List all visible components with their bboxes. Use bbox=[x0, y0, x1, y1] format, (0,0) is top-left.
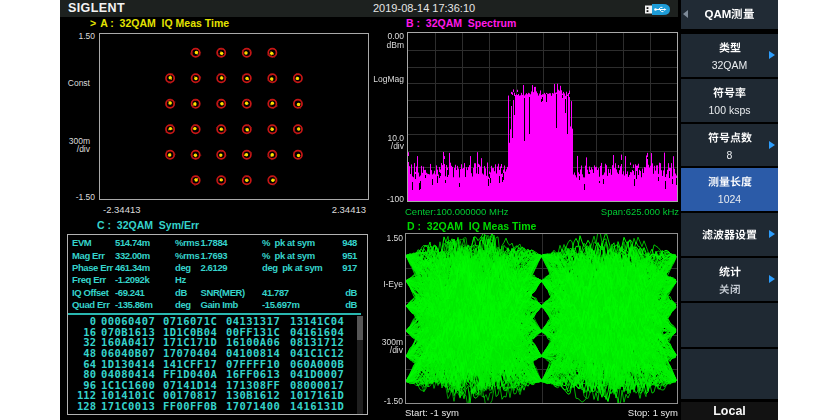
symerr-cell: Quad Err bbox=[72, 299, 109, 311]
symerr-cell: 917 bbox=[307, 262, 357, 274]
local-button[interactable]: Local bbox=[681, 402, 778, 420]
d-axis-scale-unit: /div bbox=[368, 346, 403, 355]
b-axis-ref-unit: dBm bbox=[369, 41, 404, 50]
hex-group: 1416131D bbox=[290, 401, 344, 412]
menu-item-empty-6 bbox=[681, 303, 778, 347]
top-bar: SIGLENT 2019-08-14 17:36:10 bbox=[60, 0, 678, 17]
symerr-cell: IQ Offset bbox=[72, 287, 109, 299]
menu-item-label bbox=[681, 349, 778, 399]
symerr-cell: 2.6129 bbox=[201, 262, 228, 274]
menu-item-符号率[interactable]: 100 ksps bbox=[681, 79, 778, 122]
hex-group: 171C0013 bbox=[101, 401, 155, 412]
cjk-glyph bbox=[735, 87, 746, 98]
eye-diagram-plot[interactable] bbox=[405, 233, 678, 404]
symerr-cell: Gain Imb bbox=[201, 299, 238, 311]
cjk-glyph bbox=[730, 132, 741, 143]
d-axis-format: I-Eye bbox=[368, 280, 403, 289]
menu-header[interactable]: QAM bbox=[681, 0, 778, 29]
menu-item-符号点数[interactable]: 8 bbox=[681, 124, 778, 166]
menu-item-类型[interactable]: 32QAM bbox=[681, 34, 778, 77]
chevron-right-icon bbox=[769, 141, 775, 149]
menu-title: QAM bbox=[681, 7, 778, 22]
cjk-glyph bbox=[719, 266, 730, 277]
trace-b-title[interactable]: B : 32QAM Spectrum bbox=[406, 17, 516, 29]
a-axis-format: Const bbox=[60, 79, 90, 88]
cjk-glyph bbox=[741, 132, 752, 143]
symerr-cell: 514.74m bbox=[115, 237, 150, 249]
cjk-glyph bbox=[719, 284, 730, 295]
symerr-cell: Phase Err bbox=[72, 262, 113, 274]
cjk-glyph bbox=[719, 132, 730, 143]
d-axis-ref: 1.50 bbox=[368, 234, 403, 243]
symerr-row-freq-err: Freq Err-1.2092kHz bbox=[68, 274, 367, 286]
hex-addr: 128 bbox=[70, 401, 96, 412]
b-center-freq: Center:100.000000 MHz bbox=[405, 207, 509, 217]
symerr-cell: %rms bbox=[175, 237, 199, 249]
hex-group: FF00FF0B bbox=[163, 401, 217, 412]
trace-a-title[interactable]: >A : 32QAM IQ Meas Time bbox=[90, 17, 229, 29]
symerr-cell: dB bbox=[307, 287, 357, 299]
cjk-glyph bbox=[713, 87, 724, 98]
hex-row-128: 128171C0013FF00FF0B170714001416131D bbox=[68, 401, 367, 412]
symerr-row-evm: EVM514.74m%rms1.7884% pk at sym948 bbox=[68, 237, 367, 249]
symerr-row-phase-err: Phase Err461.34mdeg2.6129deg pk at sym91… bbox=[68, 262, 367, 274]
b-axis-format: LogMag bbox=[366, 75, 404, 84]
menu-item-统计[interactable] bbox=[681, 258, 778, 301]
cjk-glyph bbox=[708, 176, 719, 187]
symerr-cell: Mag Err bbox=[72, 250, 105, 262]
menu-item-value: 8 bbox=[681, 149, 778, 162]
cjk-glyph bbox=[746, 229, 757, 240]
trace-c-title[interactable]: C : 32QAM Sym/Err bbox=[97, 219, 199, 231]
cjk-glyph bbox=[730, 42, 741, 53]
chevron-right-icon bbox=[769, 230, 775, 238]
cjk-glyph bbox=[731, 8, 743, 20]
page: SIGLENT 2019-08-14 17:36:10 >A : 32QAM I… bbox=[0, 0, 840, 420]
symerr-box: EVM514.74m%rms1.7884% pk at sym948Mag Er… bbox=[67, 234, 368, 415]
symerr-cell: Freq Err bbox=[72, 274, 106, 286]
symerr-row-mag-err: Mag Err332.00m%rms1.7693% pk at sym951 bbox=[68, 250, 367, 262]
d-axis-min: -1.50 bbox=[368, 397, 403, 406]
menu-item-label bbox=[681, 265, 778, 279]
a-axis-scale-unit: /div bbox=[60, 145, 90, 154]
menu-item-label bbox=[681, 303, 778, 347]
spectrum-plot[interactable] bbox=[407, 32, 678, 202]
d-start-label: Start: -1 sym bbox=[405, 408, 459, 418]
symerr-row-iq-offset: IQ Offset-69.241dBSNR(MER)41.787dB bbox=[68, 287, 367, 299]
menu-item-label bbox=[681, 213, 778, 256]
instrument-screen: SIGLENT 2019-08-14 17:36:10 >A : 32QAM I… bbox=[60, 0, 778, 420]
cjk-glyph bbox=[735, 229, 746, 240]
usb-icon bbox=[644, 2, 671, 15]
chevron-right-icon bbox=[769, 275, 775, 283]
menu-item-value: 1024 bbox=[681, 193, 778, 206]
hex-group: 17071400 bbox=[226, 401, 280, 412]
menu-item-测量长度[interactable]: 1024 bbox=[681, 168, 778, 211]
trace-d-title[interactable]: D : 32QAM IQ Meas Time bbox=[407, 220, 536, 232]
chevron-right-icon bbox=[769, 51, 775, 59]
symerr-cell: Hz bbox=[175, 274, 186, 286]
d-stop-label: Stop: 1 sym bbox=[540, 408, 678, 418]
symerr-cell: deg bbox=[175, 299, 191, 311]
constellation-plot[interactable] bbox=[99, 33, 369, 200]
siglent-logo: SIGLENT bbox=[68, 1, 125, 16]
b-span: Span:625.000 kHz bbox=[540, 207, 679, 217]
a-x-min: -2.34413 bbox=[103, 205, 141, 214]
symerr-cell: 1.7884 bbox=[201, 237, 228, 249]
cjk-glyph bbox=[730, 176, 741, 187]
cjk-glyph bbox=[708, 132, 719, 143]
symerr-cell: -135.86m bbox=[115, 299, 152, 311]
symerr-cell: 332.00m bbox=[115, 250, 150, 262]
menu-item-滤波器设置[interactable] bbox=[681, 213, 778, 256]
menu-item-empty-7 bbox=[681, 349, 778, 399]
cjk-glyph bbox=[724, 87, 735, 98]
menu-item-label bbox=[681, 41, 778, 55]
b-axis-scale-unit: /div bbox=[369, 142, 404, 151]
a-axis-ref: 1.50 bbox=[60, 32, 95, 41]
cjk-glyph bbox=[724, 229, 735, 240]
a-x-max: 2.34413 bbox=[306, 205, 366, 214]
menu-item-label bbox=[681, 86, 778, 100]
symerr-cell: %rms bbox=[175, 250, 199, 262]
menu-item-label bbox=[681, 175, 778, 189]
symerr-cell: EVM bbox=[72, 237, 91, 249]
symerr-cell: 461.34m bbox=[115, 262, 150, 274]
symerr-row-quad-err: Quad Err-135.86mdegGain Imb-15.697mdB bbox=[68, 299, 367, 311]
